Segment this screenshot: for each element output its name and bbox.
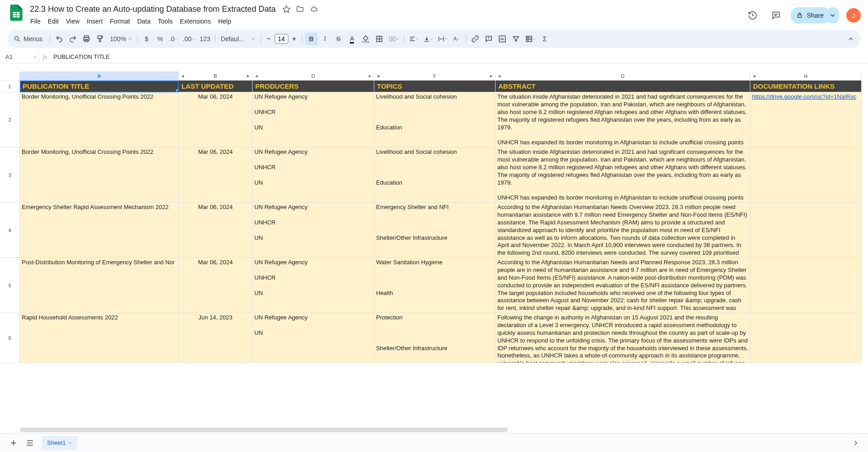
borders-button[interactable] [373, 33, 386, 45]
zoom-select[interactable]: 100% [107, 33, 134, 45]
menu-insert[interactable]: Insert [84, 16, 106, 27]
fx-icon: fx [39, 53, 52, 61]
menu-file[interactable]: File [27, 16, 44, 27]
more-formats-button[interactable]: 123 [198, 33, 212, 45]
filter-button[interactable] [510, 33, 522, 45]
share-label: Share [807, 12, 824, 19]
valign-button[interactable] [421, 33, 435, 45]
menu-view[interactable]: View [63, 16, 83, 27]
link-button[interactable] [469, 33, 482, 45]
bold-button[interactable]: B [305, 33, 318, 45]
comment-button[interactable] [482, 33, 495, 45]
doc-title[interactable]: 22.3 How to Create an Auto-updating Data… [27, 4, 278, 15]
increase-decimal-button[interactable]: .00→ [181, 33, 197, 45]
print-button[interactable] [80, 33, 93, 45]
merge-button[interactable] [386, 33, 401, 45]
menu-edit[interactable]: Edit [45, 16, 62, 27]
svg-rect-9 [389, 37, 391, 41]
sheets-logo[interactable] [7, 4, 25, 22]
menu-help[interactable]: Help [215, 16, 234, 27]
increase-font-button[interactable]: + [289, 34, 299, 44]
filter-views-button[interactable] [523, 33, 538, 45]
currency-button[interactable]: $ [140, 33, 153, 45]
svg-rect-6 [98, 36, 101, 38]
percent-button[interactable]: % [154, 33, 167, 45]
halign-button[interactable] [407, 33, 420, 45]
undo-button[interactable] [53, 33, 66, 45]
collapse-toolbar-button[interactable] [844, 33, 857, 45]
chart-button[interactable] [496, 33, 509, 45]
cloud-status-icon[interactable] [309, 5, 318, 14]
search-menus[interactable]: Menus [11, 33, 47, 45]
text-color-button[interactable]: A [346, 33, 358, 45]
decrease-font-button[interactable]: − [264, 34, 274, 44]
font-select[interactable]: Defaul... [218, 33, 258, 45]
font-size-input[interactable] [275, 34, 288, 44]
functions-button[interactable]: Σ [539, 33, 551, 45]
menu-data[interactable]: Data [134, 16, 154, 27]
rotate-button[interactable]: A [450, 33, 463, 45]
star-icon[interactable] [282, 5, 291, 14]
move-icon[interactable] [296, 5, 305, 14]
paint-format-button[interactable] [94, 33, 106, 45]
history-icon[interactable] [744, 6, 762, 24]
account-avatar[interactable]: J [846, 8, 861, 23]
share-button[interactable]: Share [791, 7, 831, 24]
menu-extensions[interactable]: Extensions [176, 16, 214, 27]
menu-bar: FileEditViewInsertFormatDataToolsExtensi… [27, 15, 744, 27]
redo-button[interactable] [67, 33, 79, 45]
formula-input[interactable]: PUBLICATION TITLE [52, 53, 868, 60]
decrease-decimal-button[interactable]: .0← [167, 33, 180, 45]
svg-rect-10 [393, 37, 395, 41]
menu-format[interactable]: Format [107, 16, 133, 27]
toolbar: Menus 100% $ % .0← .00→ 123 Defaul... − … [7, 30, 861, 48]
svg-rect-12 [526, 36, 532, 42]
italic-button[interactable]: I [319, 33, 331, 45]
wrap-button[interactable] [436, 33, 449, 45]
svg-rect-7 [362, 41, 369, 42]
menu-tools[interactable]: Tools [155, 16, 176, 27]
strikethrough-button[interactable]: S [332, 33, 345, 45]
svg-point-2 [15, 37, 19, 40]
name-box[interactable]: A1 [4, 51, 39, 63]
fill-color-button[interactable] [359, 33, 372, 45]
share-dropdown[interactable] [826, 7, 839, 24]
comments-icon[interactable] [767, 6, 785, 24]
svg-rect-1 [798, 15, 801, 18]
